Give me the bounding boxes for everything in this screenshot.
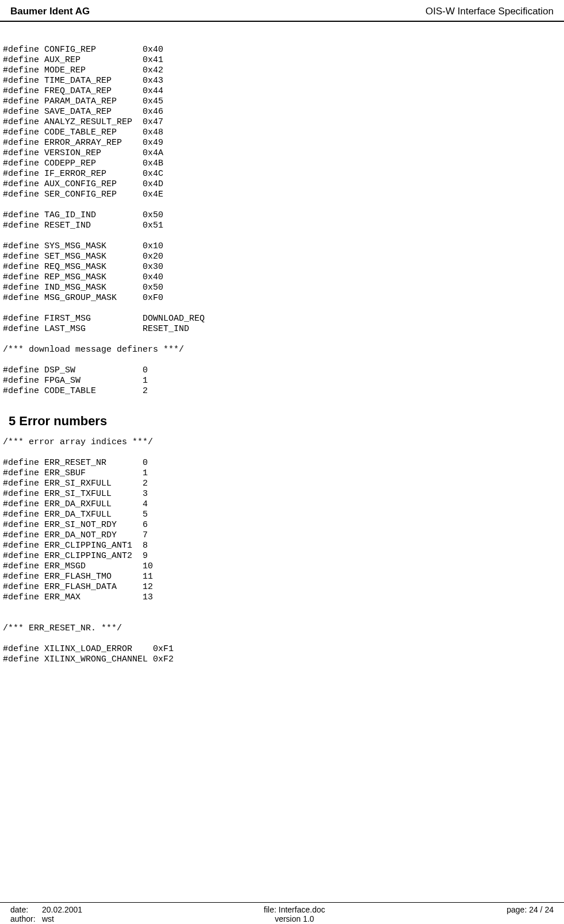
code-block-defines-2: /*** error array indices ***/ #define ER…	[3, 437, 554, 665]
header-company: Baumer Ident AG	[10, 6, 90, 17]
header-title: OIS-W Interface Specification	[425, 6, 554, 17]
section-heading-error-numbers: 5 Error numbers	[9, 414, 554, 429]
page-header: Baumer Ident AG OIS-W Interface Specific…	[0, 0, 564, 22]
code-block-defines-1: #define CONFIG_REP 0x40 #define AUX_REP …	[3, 45, 554, 396]
page-content: #define CONFIG_REP 0x40 #define AUX_REP …	[0, 22, 564, 671]
